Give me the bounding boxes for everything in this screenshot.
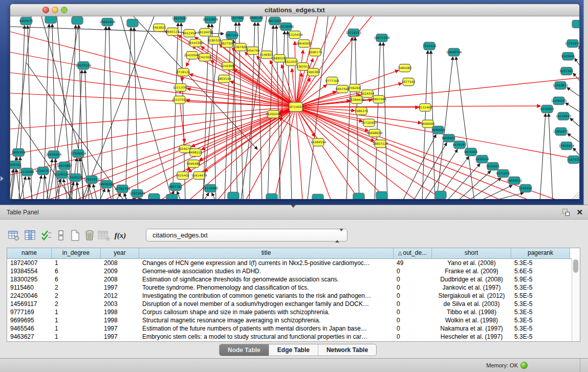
graph-node[interactable]: 19384554	[311, 139, 326, 146]
table-cell[interactable]: 6	[52, 267, 101, 275]
graph-edge[interactable]	[402, 135, 436, 199]
table-row[interactable]: 1830029562008Estimation of significance …	[7, 275, 580, 283]
table-cell[interactable]: Franke et al. (2009)	[432, 267, 511, 275]
table-cell[interactable]: 0	[394, 308, 432, 316]
table-cell[interactable]: 1	[52, 324, 101, 333]
graph-node[interactable]: 9699695	[421, 120, 435, 128]
graph-node[interactable]: 12444195	[551, 97, 567, 105]
table-cell[interactable]: 14569117	[7, 300, 52, 308]
vertical-scrollbar[interactable]	[572, 258, 580, 341]
table-cell[interactable]: Changes of HCN gene expression and I(f) …	[139, 259, 394, 267]
graph-edge[interactable]	[10, 107, 296, 129]
table-cell[interactable]: Disruption of a novel member of a sodium…	[139, 300, 394, 308]
graph-node[interactable]: 9498222	[189, 149, 203, 157]
table-cell[interactable]: Corpus callosum shape and size in male p…	[139, 308, 394, 316]
table-cell[interactable]: 1997	[101, 283, 139, 292]
graph-node[interactable]: 11325419	[287, 31, 303, 39]
panel-collapse-handle[interactable]	[1, 176, 4, 181]
table-cell[interactable]: 49	[394, 259, 432, 267]
graph-node[interactable]: 2342004	[198, 54, 212, 61]
graph-edge[interactable]	[296, 107, 528, 199]
table-cell[interactable]: Dudbridge et al. (2008)	[432, 275, 511, 283]
table-cell[interactable]: 1	[52, 259, 101, 267]
table-cell[interactable]: 22420046	[7, 292, 52, 300]
row-height-button[interactable]	[54, 229, 68, 242]
graph-node[interactable]: 15751074	[565, 40, 580, 48]
graph-edge[interactable]	[134, 28, 138, 199]
table-selector-dropdown[interactable]: citations_edges.txt	[146, 229, 347, 242]
graph-edge[interactable]	[79, 25, 83, 199]
table-cell[interactable]: 0	[394, 300, 432, 308]
table-cell[interactable]: 0	[394, 316, 432, 324]
graph-node[interactable]: 15716485	[203, 185, 219, 192]
column-header-in-degree[interactable]: in_degree	[52, 248, 101, 258]
graph-edge[interactable]	[579, 46, 580, 56]
table-row[interactable]: 946554611997Estimation of the future num…	[7, 324, 580, 333]
column-header-title[interactable]: title	[139, 248, 394, 258]
graph-node[interactable]: 19975887	[57, 162, 73, 170]
network-window-titlebar[interactable]: citations_edges.txt	[10, 4, 579, 16]
graph-node[interactable]: 15892971	[553, 128, 569, 136]
graph-edge[interactable]	[233, 70, 296, 107]
table-cell[interactable]: Estimation of significance thresholds fo…	[139, 275, 394, 283]
graph-edge[interactable]	[36, 176, 41, 199]
graph-node[interactable]: 19218586	[278, 23, 294, 31]
graph-node[interactable]: 9242848	[221, 62, 235, 70]
graph-edge[interactable]	[77, 182, 81, 199]
graph-node[interactable]: 2803144	[217, 75, 231, 83]
table-cell[interactable]: 1997	[101, 324, 139, 333]
table-cell[interactable]: 2008	[101, 275, 139, 283]
graph-node[interactable]: 17957253	[84, 176, 100, 184]
delete-column-button[interactable]	[83, 229, 96, 242]
graph-node[interactable]: 1527602	[231, 16, 245, 22]
graph-edge[interactable]	[279, 118, 318, 142]
graph-node[interactable]: 9405575	[19, 17, 33, 25]
graph-node[interactable]	[228, 192, 239, 200]
graph-node[interactable]: 8505061	[10, 161, 22, 169]
graph-node[interactable]	[312, 194, 323, 200]
graph-node[interactable]: 12213383	[173, 84, 189, 92]
column-header-out-de-[interactable]: △out_de...	[394, 248, 432, 258]
table-cell[interactable]: 1	[52, 316, 101, 324]
graph-node[interactable]	[72, 17, 83, 25]
graph-edge[interactable]	[99, 189, 105, 199]
graph-edge[interactable]	[570, 118, 580, 128]
table-cell[interactable]: Stergiakouli et al. (2012)	[432, 292, 511, 300]
table-cell[interactable]: 1	[52, 308, 101, 316]
table-cell[interactable]: 9465546	[7, 324, 52, 333]
table-cell[interactable]: 2009	[101, 267, 139, 275]
graph-node[interactable]: 8471676	[496, 170, 510, 178]
table-cell[interactable]: de Silva et al. (2003)	[432, 300, 511, 308]
table-cell[interactable]: 1	[52, 333, 101, 341]
column-header-name[interactable]: name	[7, 248, 52, 258]
graph-node[interactable]: 2367608	[234, 43, 248, 51]
graph-node[interactable]: 17016504	[559, 142, 575, 150]
table-cell[interactable]: Tibbo et al. (1998)	[432, 308, 511, 316]
graph-edge[interactable]	[10, 107, 296, 175]
graph-edge[interactable]	[125, 28, 131, 199]
table-cell[interactable]: 5.3E-5	[511, 308, 570, 316]
tab-network-table[interactable]: Network Table	[318, 344, 376, 356]
table-cell[interactable]: Investigating the contribution of common…	[139, 292, 394, 300]
graph-node[interactable]: 8466160	[250, 16, 264, 22]
table-cell[interactable]: Structural magnetic resonance image aver…	[139, 316, 394, 324]
graph-node[interactable]: 2935114	[475, 156, 489, 163]
graph-node[interactable]: 6497568	[336, 85, 350, 93]
column-header-year[interactable]: year	[101, 248, 139, 258]
table-cell[interactable]: 5.3E-5	[511, 300, 570, 308]
graph-node[interactable]: 1990383	[307, 69, 320, 76]
graph-node[interactable]: 10719151	[346, 29, 362, 37]
table-cell[interactable]: Hescheler et al. (1997)	[432, 333, 511, 341]
graph-edge[interactable]	[180, 100, 185, 142]
table-cell[interactable]: 9699695	[7, 316, 52, 324]
table-cell[interactable]: 5.6E-5	[511, 267, 570, 275]
splitter-grip-icon[interactable]	[291, 205, 296, 208]
graph-node[interactable]: 7632621	[486, 163, 500, 170]
graph-node[interactable]: 7857224	[225, 32, 239, 39]
table-cell[interactable]: Tourette syndrome. Phenomenology and cla…	[139, 283, 394, 292]
graph-node[interactable]: 3624554	[361, 90, 375, 98]
graph-node[interactable]: 7485083	[398, 64, 412, 72]
graph-edge[interactable]	[212, 193, 216, 199]
graph-node[interactable]: 16033809	[203, 16, 219, 24]
graph-node[interactable]: 1877543	[402, 78, 416, 86]
